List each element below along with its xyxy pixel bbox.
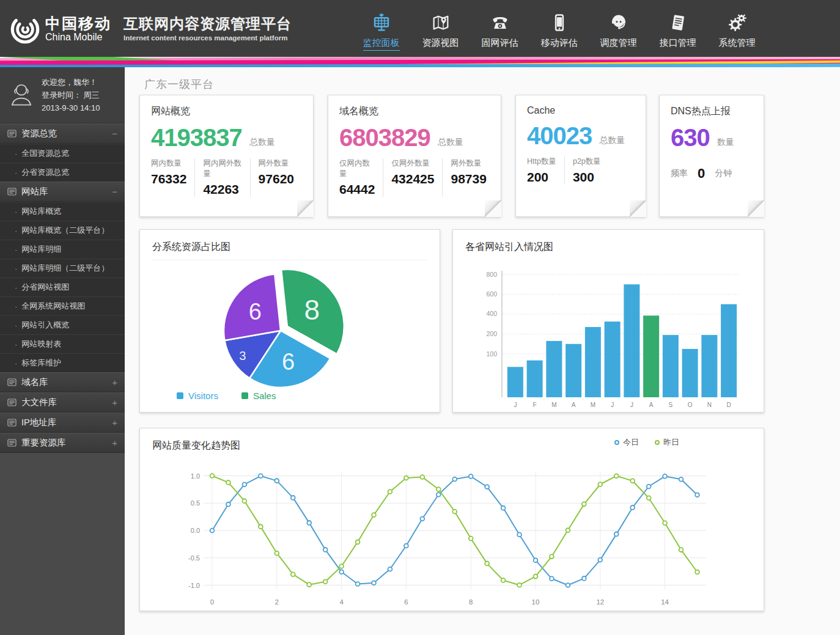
bar-S-9[interactable] (663, 335, 679, 397)
bar-J-6[interactable] (605, 321, 621, 397)
data-point[interactable] (614, 474, 619, 478)
sidebar-section[interactable]: 域名库+ (0, 372, 125, 392)
sidebar-item[interactable]: ·分省资源总览 (0, 163, 125, 182)
data-point[interactable] (323, 579, 328, 584)
data-point[interactable] (630, 479, 635, 483)
data-point[interactable] (226, 502, 230, 507)
data-point[interactable] (485, 485, 489, 489)
collapse-icon[interactable]: − (112, 186, 117, 197)
line-legend-item-昨日[interactable]: 昨日 (655, 437, 679, 448)
data-point[interactable] (517, 532, 521, 537)
sidebar-item[interactable]: ·标签库维护 (0, 353, 125, 372)
sidebar-section[interactable]: 大文件库+ (0, 392, 125, 413)
nav-item-map-view[interactable]: 资源视图 (411, 6, 470, 51)
sidebar-section[interactable]: 重要资源库+ (0, 433, 125, 453)
bar-J-1[interactable] (507, 367, 523, 397)
data-point[interactable] (243, 499, 247, 503)
sidebar-item[interactable]: ·全国资源总览 (0, 144, 125, 163)
bar-A-4[interactable] (566, 344, 581, 397)
data-point[interactable] (404, 476, 408, 480)
data-point[interactable] (226, 480, 230, 485)
data-point[interactable] (566, 528, 570, 532)
data-point[interactable] (598, 482, 602, 486)
data-point[interactable] (452, 477, 457, 482)
data-point[interactable] (598, 558, 602, 562)
data-point[interactable] (437, 487, 441, 491)
data-point[interactable] (566, 583, 570, 587)
nav-item-landline-phone[interactable]: 固网评估 (470, 6, 529, 51)
collapse-icon[interactable]: − (112, 128, 117, 139)
data-point[interactable] (388, 567, 392, 571)
sidebar-item[interactable]: ·网站映射表 (0, 334, 125, 353)
data-point[interactable] (437, 493, 441, 497)
bar-N-11[interactable] (701, 335, 717, 397)
data-point[interactable] (469, 537, 473, 541)
expand-icon[interactable]: + (112, 397, 117, 408)
data-point[interactable] (420, 516, 424, 521)
sidebar-item[interactable]: ·网站引入概览 (0, 315, 125, 334)
data-point[interactable] (485, 561, 489, 565)
data-point[interactable] (372, 513, 376, 517)
data-point[interactable] (420, 475, 424, 479)
nav-item-interface-doc[interactable]: 接口管理 (648, 6, 707, 51)
nav-item-mobile-phone[interactable]: 移动评估 (529, 6, 589, 51)
data-point[interactable] (550, 554, 554, 559)
data-point[interactable] (404, 544, 408, 548)
data-point[interactable] (517, 583, 521, 587)
nav-item-operator-headset[interactable]: 调度管理 (589, 6, 648, 51)
data-point[interactable] (210, 474, 215, 478)
data-point[interactable] (663, 474, 667, 479)
data-point[interactable] (356, 540, 360, 544)
data-point[interactable] (291, 572, 295, 576)
data-point[interactable] (582, 576, 586, 581)
data-point[interactable] (550, 576, 554, 581)
nav-item-gears[interactable]: 系统管理 (707, 6, 767, 51)
bar-M-5[interactable] (585, 327, 601, 397)
data-point[interactable] (259, 524, 263, 529)
sidebar-item[interactable]: ·分省网站视图 (0, 277, 125, 296)
data-point[interactable] (291, 496, 295, 500)
line-legend-item-今日[interactable]: 今日 (614, 437, 639, 448)
sidebar-section[interactable]: IP地址库+ (0, 413, 125, 433)
bar-O-10[interactable] (682, 349, 698, 397)
data-point[interactable] (259, 474, 263, 478)
data-point[interactable] (356, 582, 360, 586)
data-point[interactable] (274, 479, 279, 483)
data-point[interactable] (339, 564, 344, 568)
data-point[interactable] (679, 477, 683, 482)
nav-item-monitor-panel[interactable]: 监控面板 (352, 6, 411, 51)
data-point[interactable] (647, 496, 651, 500)
bar-J-7[interactable] (624, 284, 639, 397)
data-point[interactable] (630, 505, 635, 510)
data-point[interactable] (372, 581, 376, 585)
bar-A-8[interactable] (643, 315, 659, 397)
data-point[interactable] (534, 558, 538, 562)
sidebar-section[interactable]: 网站库− (0, 182, 125, 202)
data-point[interactable] (663, 521, 667, 525)
data-point[interactable] (534, 574, 538, 579)
bar-D-12[interactable] (721, 304, 737, 397)
sidebar-item[interactable]: ·网站库概览（二级平台） (0, 221, 125, 240)
data-point[interactable] (323, 548, 328, 552)
data-point[interactable] (501, 578, 506, 582)
data-point[interactable] (307, 521, 311, 525)
bar-M-3[interactable] (546, 341, 562, 397)
expand-icon[interactable]: + (112, 377, 117, 387)
pie-legend-item-sales[interactable]: Sales (241, 391, 276, 401)
sidebar-item[interactable]: ·网站库明细 (0, 240, 125, 259)
data-point[interactable] (695, 570, 699, 574)
data-point[interactable] (452, 510, 457, 514)
data-point[interactable] (307, 582, 311, 587)
sidebar-item[interactable]: ·全网系统网站视图 (0, 296, 125, 315)
data-point[interactable] (679, 548, 683, 552)
data-point[interactable] (614, 532, 619, 537)
data-point[interactable] (469, 474, 473, 479)
sidebar-section[interactable]: 资源总览− (0, 123, 125, 144)
data-point[interactable] (388, 490, 392, 494)
pie-legend-item-visitors[interactable]: Visitors (177, 391, 218, 401)
data-point[interactable] (274, 551, 279, 556)
data-point[interactable] (339, 570, 344, 574)
data-point[interactable] (501, 506, 506, 510)
data-point[interactable] (695, 493, 699, 497)
sidebar-item[interactable]: ·网站库明细（二级平台） (0, 259, 125, 277)
